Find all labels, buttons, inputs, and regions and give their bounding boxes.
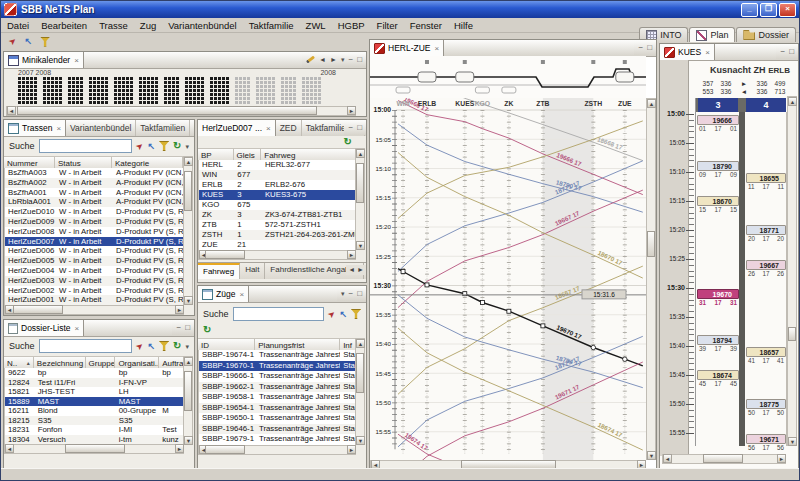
vertical-scrollbar[interactable]: ▲▼ [355,338,365,445]
train-line-19670[interactable] [398,269,643,366]
scroll-thumb[interactable] [65,444,125,453]
table-row[interactable]: ZTB1572-571-ZSTH1 [199,220,356,230]
minikalender-tab-0[interactable]: Minikalender× [4,52,84,68]
vertical-scrollbar[interactable]: ▲▼ [183,356,193,445]
maximize-window-button[interactable]: ❐ [760,3,777,17]
horizontal-scrollbar[interactable]: ◄► [198,250,356,260]
close-tab-icon[interactable]: × [75,324,80,333]
table-row[interactable]: ZK3ZK3-674-ZTB81-ZTB1 [199,210,356,220]
scroll-right-button[interactable]: ► [777,454,786,463]
scroll-left-button[interactable]: ◄ [5,444,14,453]
occupancy-block-19666[interactable]: 19666011701 [697,115,739,133]
table-row[interactable]: 9622bpbpbp [5,368,184,378]
horizontal-scrollbar[interactable]: ◄► [662,454,786,464]
select-tool-icon[interactable]: ↖ [25,37,33,46]
minimize-window-button[interactable]: _ [741,3,758,17]
table-row[interactable]: SBBP-19674-1Trassenanträge Jahresf...Sta [199,350,356,361]
scroll-down-button[interactable]: ▼ [647,451,656,460]
table-row[interactable]: 18215S35S35 [5,416,184,426]
table-row[interactable]: HerlZueD004W - in ArbeitD-Produkt PV (S,… [5,266,184,276]
scroll-thumb[interactable] [184,171,192,211]
scroll-up-button[interactable]: ▲ [356,339,365,348]
scroll-right-button[interactable]: ► [347,445,356,454]
table-row[interactable]: SBBP-19654-1Trassenanträge Jahresf...Sta [199,403,356,414]
scroll-left-button[interactable]: ◄ [7,106,16,115]
zuege-search-input[interactable] [233,307,324,321]
select-icon[interactable]: ↖ [148,342,156,351]
dossier-search-input[interactable] [39,339,132,353]
table-row[interactable]: HerlZueD003W - in ArbeitD-Produkt PV (S,… [5,276,184,286]
subtab-right-icon[interactable]: ► [357,266,364,274]
scroll-down-button[interactable]: ▼ [356,436,365,445]
table-row[interactable]: HerlZueD001W - in ArbeitD-Produkt PV (S,… [5,295,184,305]
table-row[interactable]: 12824Test i11/FriI-FN-VP [5,378,184,388]
scroll-down-button[interactable]: ▼ [184,296,193,305]
table-row[interactable]: SBBP-19662-1Trassenanträge Jahresf...Sta [199,382,356,393]
table-row[interactable]: SBBP-19646-1Trassenanträge Jahresf...Sta [199,424,356,435]
filter-icon[interactable] [159,341,169,351]
table-row[interactable]: SBBP-19658-1Trassenanträge Jahresf...Sta [199,392,356,403]
train-line-19671[interactable] [398,362,643,460]
pin-icon[interactable]: ➤ [134,340,146,352]
scroll-up-button[interactable]: ▲ [184,357,193,366]
occupancy-block-18670[interactable]: 18670151715 [697,196,739,214]
table-row[interactable]: SBBP-19666-1Trassenanträge Jahresf...Sta [199,371,356,382]
refresh-icon[interactable]: ↻ [344,137,352,147]
occupancy-block-18775[interactable]: 18775501750 [746,399,786,417]
table-row[interactable]: HERL2HERL32-677 [199,160,356,170]
scroll-down-button[interactable]: ▼ [788,437,797,446]
table-row[interactable]: HerlZueD005W - in ArbeitD-Produkt PV (S,… [5,256,184,266]
occupancy-block-18655[interactable]: 18655111711 [746,173,786,191]
scroll-left-button[interactable]: ◄ [663,454,672,463]
table-row[interactable]: SBBP-19679-1Trassenanträge Jahresf...Sta [199,434,356,445]
table-row[interactable]: WIN677 [199,170,356,180]
occupancy-block-19671[interactable]: 19671561756 [746,434,786,452]
chev-icon[interactable]: ▾ [341,290,345,297]
table-row[interactable]: 16211Blond00-GruppeM [5,406,184,416]
table-row[interactable]: 15889MASTMAST [5,397,184,407]
graph-tab-0[interactable]: HERL-ZUE× [370,40,444,56]
menu-fenster[interactable]: Fenster [404,19,448,32]
maximize-view-icon[interactable]: □ [357,289,362,298]
scroll-right-button[interactable]: ► [175,305,184,314]
refresh-icon[interactable]: ↻ [203,325,211,335]
menu-hilfe[interactable]: Hilfe [448,19,479,32]
scroll-thumb[interactable] [356,353,364,393]
scroll-thumb[interactable] [184,371,192,411]
table-row[interactable]: SBBP-19670-1Trassenanträge Jahresf...Sta [199,361,356,372]
scroll-down-button[interactable]: ▼ [184,436,193,445]
maximize-view-icon[interactable]: □ [357,123,362,132]
trassen-tab-2[interactable]: Taktfamilien [136,120,190,136]
maximize-view-icon[interactable]: □ [185,323,190,332]
perspective-tab-plan[interactable]: Plan [689,27,735,42]
minimize-view-icon[interactable]: − [176,323,181,332]
occupancy-block-18790[interactable]: 18790091709 [697,161,739,179]
scroll-thumb[interactable] [205,445,245,454]
occupancy-block-18674[interactable]: 18674451745 [697,370,739,388]
horizontal-scrollbar[interactable]: ◄► [4,444,184,454]
minimize-view-icon[interactable]: − [348,55,353,64]
horizontal-scrollbar[interactable]: ◄► [4,305,184,315]
close-tab-icon[interactable]: × [74,56,79,65]
table-row[interactable]: SBBP-19650-1Trassenanträge Jahresf...Sta [199,413,356,424]
select-icon[interactable]: ↖ [339,310,347,319]
table-row[interactable]: BsZfhA002W - in ArbeitA-Produkt PV (ICN,… [5,178,184,188]
kues-tab-0[interactable]: KUES× [660,44,715,60]
scroll-up-button[interactable]: ▲ [788,97,797,106]
menu-chevron-icon[interactable]: ▾ [185,143,189,150]
zuege-tab-0[interactable]: Züge× [198,286,249,302]
maximize-view-icon[interactable]: □ [357,55,362,64]
maximize-view-icon[interactable]: □ [789,47,794,56]
menu-bearbeiten[interactable]: Bearbeiten [35,19,93,32]
filter-icon[interactable] [351,309,361,319]
table-row[interactable]: 18304Versuchi-tmkunz [5,435,184,445]
editor-subtab-0[interactable]: Fahrweg [198,263,240,279]
table-row[interactable]: 15821JHS-TESTLH [5,387,184,397]
table-row[interactable]: HerlZueD002W - in ArbeitD-Produkt PV (S,… [5,286,184,296]
minimize-view-icon[interactable]: − [780,47,785,56]
vertical-scrollbar[interactable]: ▲▼ [355,148,365,250]
menu-chevron-icon[interactable]: ▾ [185,343,189,350]
occupancy-block-19670[interactable]: 19670311731 [697,289,739,307]
menu-zwl[interactable]: ZWL [300,19,332,32]
platform-4-box[interactable]: 4 [746,98,786,112]
